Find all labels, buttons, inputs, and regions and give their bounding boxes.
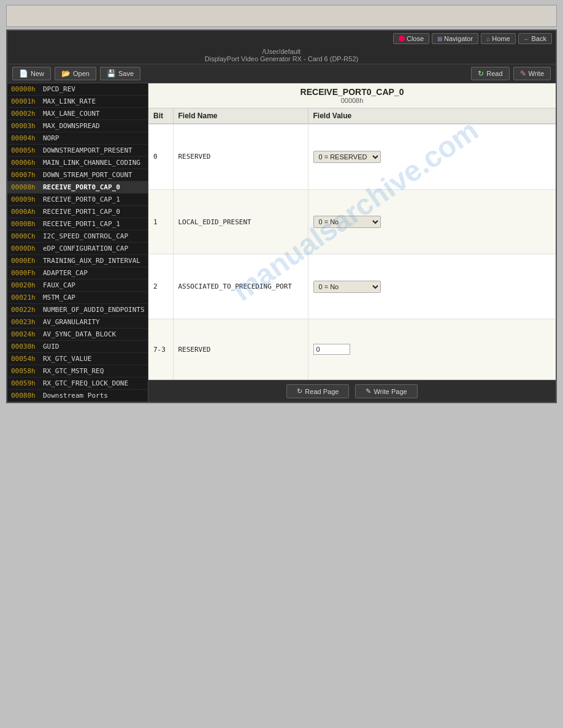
field-value[interactable]: 0 = No [308,189,556,254]
sidebar-item[interactable]: 00059hRX_GTC_FREQ_LOCK_DONE [7,377,148,390]
home-label: Home [492,35,510,42]
sidebar-addr: 0000Ah [11,208,43,216]
title-bar: Close ⊞ Navigator ⌂ Home ← Back [7,31,556,47]
field-value-select[interactable]: 0 = RESERVED [313,151,381,163]
sidebar-item[interactable]: 00006hMAIN_LINK_CHANNEL_CODING [7,157,148,169]
sidebar-item[interactable]: 00009hRECEIVE_PORT0_CAP_1 [7,194,148,206]
open-label: Open [73,70,90,77]
sidebar-name: TRAINING_AUX_RD_INTERVAL [43,257,140,265]
open-button[interactable]: 📂 Open [55,67,96,80]
sidebar-item[interactable]: 0000AhRECEIVE_PORT1_CAP_0 [7,206,148,218]
sidebar-item[interactable]: 00004hNORP [7,132,148,145]
sidebar-item[interactable]: 00000hDPCD_REV [7,83,148,96]
field-name: ASSOCIATED_TO_PRECEDING_PORT [173,254,308,319]
sidebar-addr: 00002h [11,110,43,118]
sidebar-addr: 00023h [11,318,43,326]
top-input-bar [6,5,557,27]
sidebar-item[interactable]: 00080hDownstream Ports [7,390,148,402]
sidebar-item[interactable]: 00021hMSTM_CAP [7,292,148,304]
table-row: 2ASSOCIATED_TO_PRECEDING_PORT0 = No [148,254,556,319]
main-panel: RECEIVE_PORT0_CAP_0 00008h Bit Field Nam… [148,83,556,402]
write-label: Write [529,70,544,77]
sidebar-item[interactable]: 0000EhTRAINING_AUX_RD_INTERVAL [7,255,148,267]
sidebar-item[interactable]: 00005hDOWNSTREAMPORT_PRESENT [7,145,148,157]
sidebar-name: Downstream Ports [43,392,108,400]
save-button[interactable]: 💾 Save [100,67,140,80]
write-page-button[interactable]: ✎ Write Page [355,384,417,398]
back-label: Back [532,35,546,42]
home-button[interactable]: ⌂ Home [481,33,515,44]
sidebar-name: MAX_LANE_COUNT [43,110,100,118]
sidebar-addr: 00003h [11,122,43,130]
sidebar-name: AV_GRANULARITY [43,318,100,326]
field-name: RESERVED [173,124,308,189]
sidebar-name: I2C_SPEED_CONTROL_CAP [43,232,128,240]
bit-col-header: Bit [148,108,173,124]
read-page-label: Read Page [305,388,339,395]
sidebar-item[interactable]: 0000BhRECEIVE_PORT1_CAP_1 [7,218,148,230]
sidebar-addr: 00005h [11,146,43,154]
sidebar-item[interactable]: 00058hRX_GTC_MSTR_REQ [7,365,148,377]
sidebar-name: AV_SYNC_DATA_BLOCK [43,330,116,338]
sidebar-item[interactable]: 00003hMAX_DOWNSPREAD [7,120,148,132]
sidebar-item[interactable]: 00023hAV_GRANULARITY [7,316,148,328]
sidebar-addr: 00021h [11,294,43,301]
sidebar-item[interactable]: 00024hAV_SYNC_DATA_BLOCK [7,328,148,341]
table-row: 7-3RESERVED [148,319,556,380]
sidebar-addr: 00022h [11,306,43,314]
navigator-button[interactable]: ⊞ Navigator [432,33,478,44]
sidebar-item[interactable]: 0000ChI2C_SPEED_CONTROL_CAP [7,230,148,243]
sidebar-addr: 00004h [11,134,43,142]
home-icon: ⌂ [486,36,490,42]
sidebar-name: eDP_CONFIGURATION_CAP [43,245,128,252]
sidebar-name: DOWN_STREAM_PORT_COUNT [43,171,132,179]
sidebar-addr: 00001h [11,97,43,105]
sidebar-addr: 00054h [11,355,43,363]
sidebar-name: RECEIVE_PORT0_CAP_0 [43,183,120,191]
read-page-button[interactable]: ↻ Read Page [286,384,349,398]
sidebar-name: MAX_LINK_RATE [43,97,96,105]
sidebar-name: FAUX_CAP [43,281,75,289]
write-button[interactable]: ✎ Write [513,67,551,80]
sidebar-name: ADAPTER_CAP [43,269,88,277]
close-button[interactable]: Close [393,33,429,44]
fields-tbody: 0RESERVED0 = RESERVED1LOCAL_EDID_PRESENT… [148,124,556,380]
back-button[interactable]: ← Back [518,33,552,44]
sidebar-name: RECEIVE_PORT1_CAP_0 [43,208,120,216]
field-value[interactable]: 0 = No [308,254,556,319]
field-value-select[interactable]: 0 = No [313,216,381,228]
new-label: New [31,70,44,77]
read-page-icon: ↻ [297,387,302,395]
sidebar-name: GUID [43,343,59,351]
sidebar-name: MAX_DOWNSPREAD [43,122,100,130]
sidebar-name: NUMBER_OF_AUDIO_ENDPOINTS [43,306,145,314]
field-value[interactable]: 0 = RESERVED [308,124,556,189]
sidebar-item[interactable]: 00054hRX_GTC_VALUE [7,353,148,365]
read-icon: ↻ [478,69,484,78]
sidebar-item[interactable]: 00022hNUMBER_OF_AUDIO_ENDPOINTS [7,304,148,316]
open-icon: 📂 [61,69,71,78]
sidebar-addr: 0000Bh [11,220,43,228]
field-bit: 1 [148,189,173,254]
sidebar-item[interactable]: 00002hMAX_LANE_COUNT [7,108,148,120]
new-icon: 📄 [19,69,28,78]
sidebar-item[interactable]: 00030hGUID [7,341,148,353]
sidebar-item[interactable]: 0000FhADAPTER_CAP [7,267,148,279]
sidebar-addr: 00009h [11,195,43,203]
sidebar-item[interactable]: 00008hRECEIVE_PORT0_CAP_0 [7,181,148,194]
field-value-input[interactable] [313,344,350,355]
read-button[interactable]: ↻ Read [471,67,509,80]
sidebar-item[interactable]: 00020hFAUX_CAP [7,279,148,292]
sidebar-addr: 0000Dh [11,245,43,252]
new-button[interactable]: 📄 New [12,67,51,80]
field-value[interactable] [308,319,556,380]
sidebar-item[interactable]: 00001hMAX_LINK_RATE [7,96,148,108]
sidebar-addr: 0000Ch [11,232,43,240]
write-page-icon: ✎ [366,387,371,395]
field-value-select[interactable]: 0 = No [313,281,381,293]
sidebar-item[interactable]: 00007hDOWN_STREAM_PORT_COUNT [7,169,148,181]
register-address: 00008h [152,97,552,104]
path-bar: /User/default DisplayPort Video Generato… [7,47,556,64]
write-page-label: Write Page [373,388,407,395]
sidebar-item[interactable]: 0000DheDP_CONFIGURATION_CAP [7,243,148,255]
